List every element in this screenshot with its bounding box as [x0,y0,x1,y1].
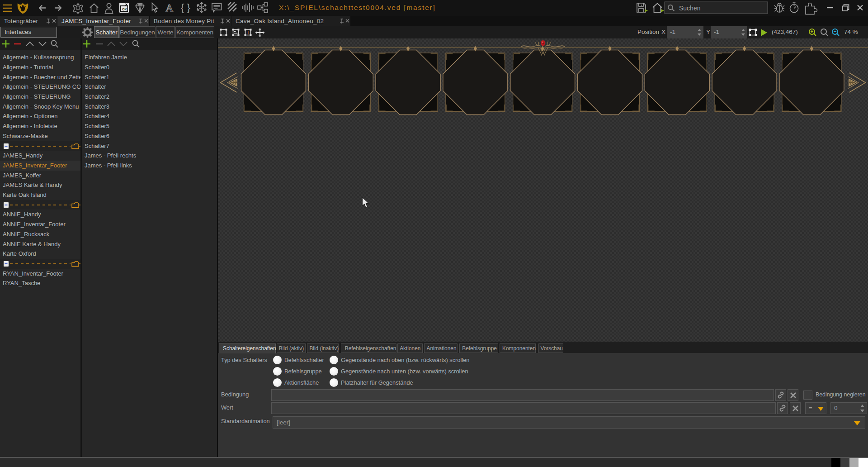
svg-text:Suchen: Suchen [679,5,700,12]
svg-text:A: A [165,2,174,14]
svg-text:OK: OK [122,8,127,11]
svg-text:{ }: { } [181,2,190,13]
svg-text:T: T [247,30,250,35]
